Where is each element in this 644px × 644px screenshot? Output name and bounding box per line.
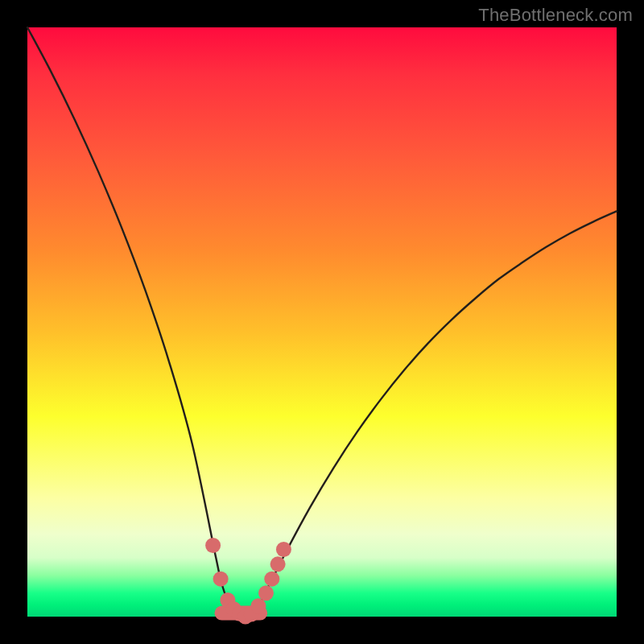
- data-marker: [264, 572, 279, 587]
- watermark-text: TheBottleneck.com: [478, 5, 633, 26]
- data-marker: [205, 538, 221, 553]
- data-marker: [250, 598, 266, 613]
- bottleneck-curve: [27, 27, 617, 617]
- chart-frame: TheBottleneck.com: [0, 0, 644, 644]
- data-marker: [270, 556, 286, 572]
- data-marker: [213, 572, 229, 587]
- plot-area: [27, 27, 617, 617]
- data-marker: [258, 585, 274, 601]
- data-marker: [276, 542, 291, 557]
